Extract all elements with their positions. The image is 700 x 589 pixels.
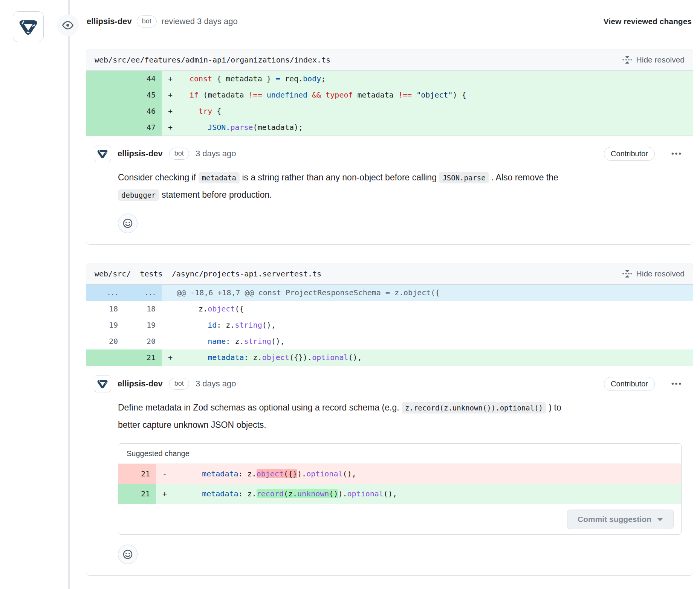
- review-header: ellipsis-dev bot reviewed 3 days ago Vie…: [0, 0, 700, 43]
- bot-badge: bot: [169, 378, 189, 389]
- bot-badge: bot: [169, 148, 189, 159]
- hide-resolved-label: Hide resolved: [636, 269, 685, 278]
- line-number: 21: [118, 464, 156, 484]
- fold-icon: [622, 55, 632, 65]
- file-path[interactable]: web/src/__tests__/async/projects-api.ser…: [95, 269, 321, 278]
- code-line: try {: [179, 103, 221, 119]
- review-title: ellipsis-dev bot reviewed 3 days ago: [87, 15, 238, 27]
- suggestion-footer: Commit suggestion: [118, 504, 681, 534]
- review-threads: web/src/ee/features/admin-api/organizati…: [86, 49, 693, 576]
- hunk-header-text: @@ -18,6 +18,7 @@ const ProjectResponseS…: [162, 285, 440, 301]
- diff-sign: +: [162, 87, 179, 103]
- avatar[interactable]: [94, 145, 111, 162]
- file-header: web/src/__tests__/async/projects-api.ser…: [86, 263, 693, 285]
- inline-code: metadata: [199, 172, 240, 183]
- comment-timestamp[interactable]: 3 days ago: [196, 149, 236, 159]
- new-line-number: 45: [124, 87, 162, 103]
- new-line-number: 46: [124, 103, 162, 119]
- code-line: const { metadata } = req.body;: [179, 71, 326, 87]
- timeline-line: [68, 0, 70, 589]
- diff-sign: +: [162, 349, 179, 366]
- review-thread-card-2: web/src/__tests__/async/projects-api.ser…: [86, 263, 693, 576]
- ellipsis-logo-icon: [97, 148, 108, 159]
- code-line: z.object({: [179, 301, 244, 317]
- old-line-number: 18: [86, 301, 124, 317]
- code-line: if (metadata !== undefined && typeof met…: [179, 87, 466, 103]
- diff-row: 47+ JSON.parse(metadata);: [86, 119, 693, 136]
- code-line: metadata: z.record(z.unknown()).optional…: [173, 484, 397, 504]
- ellipsis-logo-icon: [18, 17, 38, 37]
- old-line-number: [86, 87, 124, 103]
- new-line-number: 20: [124, 333, 162, 349]
- old-line-number: 20: [86, 333, 124, 349]
- diff-table: 44+const { metadata } = req.body;45+if (…: [86, 71, 693, 136]
- ellipsis-logo-icon: [97, 378, 108, 389]
- old-line-number: [86, 119, 124, 136]
- comment-options-button[interactable]: [671, 148, 682, 159]
- file-path[interactable]: web/src/ee/features/admin-api/organizati…: [95, 55, 330, 64]
- avatar[interactable]: [94, 375, 111, 392]
- comment-body: Define metadata in Zod schemas as option…: [118, 399, 682, 433]
- avatar[interactable]: [13, 11, 44, 42]
- suggested-change-title: Suggested change: [118, 444, 681, 464]
- diff-row: 21+ metadata: z.record(z.unknown()).opti…: [118, 484, 681, 504]
- diff-row: 21+ metadata: z.object({}).optional(),: [86, 349, 693, 366]
- kebab-horizontal-icon: [671, 148, 682, 159]
- smiley-icon: [122, 549, 133, 560]
- hunk-gutter: ...: [124, 285, 162, 301]
- inline-code: z.record(z.unknown()).optional(): [402, 402, 546, 414]
- eye-icon: [57, 14, 79, 36]
- diff-row: 44+const { metadata } = req.body;: [86, 71, 693, 87]
- diff-row: 45+if (metadata !== undefined && typeof …: [86, 87, 693, 103]
- add-reaction-button[interactable]: [118, 214, 138, 233]
- add-reaction-button[interactable]: [118, 545, 138, 564]
- review-comment: ellipsis-dev bot 3 days ago Contributor …: [86, 366, 693, 575]
- commit-suggestion-button[interactable]: Commit suggestion: [567, 510, 674, 529]
- diff-sign: +: [162, 119, 179, 136]
- old-line-number: [86, 71, 124, 87]
- comment-timestamp[interactable]: 3 days ago: [196, 379, 236, 389]
- review-thread-card-1: web/src/ee/features/admin-api/organizati…: [86, 49, 693, 245]
- suggested-change-block: Suggested change 21- metadata: z.object(…: [118, 443, 682, 535]
- code-line: name: z.string(),: [179, 333, 285, 349]
- chevron-down-icon: [657, 518, 663, 521]
- inline-code: debugger: [118, 189, 159, 201]
- diff-sign: [162, 333, 179, 349]
- diff-sign: +: [156, 484, 173, 504]
- hide-resolved-button[interactable]: Hide resolved: [622, 269, 685, 279]
- comment-header: ellipsis-dev bot 3 days ago Contributor: [94, 145, 682, 162]
- view-reviewed-changes-link[interactable]: View reviewed changes: [604, 17, 692, 26]
- comment-author[interactable]: ellipsis-dev: [118, 149, 163, 159]
- old-line-number: [86, 349, 124, 366]
- contributor-badge: Contributor: [604, 147, 655, 161]
- diff-sign: +: [162, 103, 179, 119]
- diff-row: 21- metadata: z.object({}).optional(),: [118, 464, 681, 484]
- contributor-badge: Contributor: [604, 377, 655, 391]
- bot-badge: bot: [137, 15, 157, 27]
- review-meta: reviewed 3 days ago: [162, 17, 238, 26]
- line-number: 21: [118, 484, 156, 504]
- comment-header: ellipsis-dev bot 3 days ago Contributor: [94, 375, 682, 392]
- code-line: JSON.parse(metadata);: [179, 119, 303, 136]
- inline-code: JSON.parse: [439, 172, 489, 183]
- diff-hunk-row: ......@@ -18,6 +18,7 @@ const ProjectRes…: [86, 285, 693, 301]
- diff-sign: [162, 301, 179, 317]
- diff-sign: [162, 317, 179, 333]
- hunk-gutter: ...: [86, 285, 124, 301]
- code-line: metadata: z.object({}).optional(),: [179, 349, 362, 366]
- suggestion-diff-table: 21- metadata: z.object({}).optional(),21…: [118, 464, 681, 504]
- commit-suggestion-label: Commit suggestion: [578, 515, 651, 524]
- comment-options-button[interactable]: [671, 378, 682, 389]
- review-author[interactable]: ellipsis-dev: [87, 17, 132, 26]
- hide-resolved-label: Hide resolved: [636, 55, 685, 64]
- new-line-number: 21: [124, 349, 162, 366]
- diff-row: 46+ try {: [86, 103, 693, 119]
- file-header: web/src/ee/features/admin-api/organizati…: [86, 49, 693, 71]
- diff-row: 1818 z.object({: [86, 301, 693, 317]
- hide-resolved-button[interactable]: Hide resolved: [622, 55, 685, 65]
- diff-sign: -: [156, 464, 173, 484]
- fold-icon: [622, 269, 632, 279]
- comment-author[interactable]: ellipsis-dev: [118, 379, 163, 389]
- diff-row: 1919 id: z.string(),: [86, 317, 693, 333]
- code-line: id: z.string(),: [179, 317, 276, 333]
